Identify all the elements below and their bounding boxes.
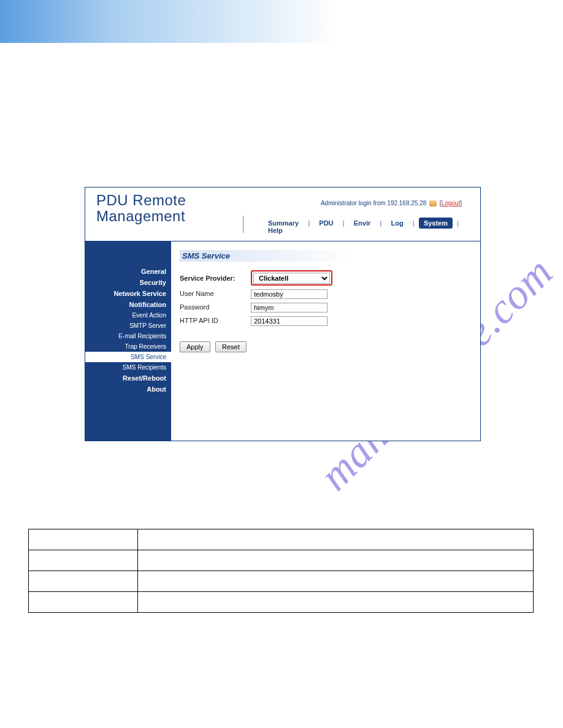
login-ip: 192.168.25.28 xyxy=(387,200,426,207)
sidebar-item-notification[interactable]: Notification xyxy=(85,299,171,310)
sidebar-item-trap-receivers[interactable]: Trap Receivers xyxy=(85,341,171,352)
table-row xyxy=(29,592,534,613)
label-password: Password xyxy=(180,303,251,311)
form-row-apiid: HTTP API ID xyxy=(180,315,472,326)
table-cell xyxy=(138,571,534,592)
nav-separator: | xyxy=(454,219,461,227)
main-nav: Summary | PDU | Envir | Log | System | H… xyxy=(263,219,480,234)
nav-system[interactable]: System xyxy=(419,218,453,229)
label-service-provider: Service Provider: xyxy=(180,275,251,282)
sidebar-item-event-action[interactable]: Event Action xyxy=(85,310,171,320)
page-banner xyxy=(0,0,563,43)
form-row-password: Password xyxy=(180,301,472,313)
info-table xyxy=(28,529,534,613)
header-divider xyxy=(243,216,243,233)
label-username: User Name xyxy=(180,290,251,297)
panel-title: SMS Service xyxy=(180,250,472,262)
nav-separator: | xyxy=(340,219,347,227)
sidebar-item-security[interactable]: Security xyxy=(85,277,171,288)
table-cell xyxy=(138,550,534,571)
app-title-line1: PDU Remote xyxy=(96,192,186,208)
highlight-box: Clickatell xyxy=(251,270,332,286)
nav-envir[interactable]: Envir xyxy=(349,218,376,229)
user-icon xyxy=(429,200,437,207)
app-title: PDU Remote Management xyxy=(96,192,186,225)
reset-button[interactable]: Reset xyxy=(215,341,247,352)
sidebar-item-reset-reboot[interactable]: Reset/Reboot xyxy=(85,373,171,384)
table-cell xyxy=(29,571,138,592)
table-row xyxy=(29,550,534,571)
sidebar-item-sms-recipients[interactable]: SMS Recipients xyxy=(85,362,171,373)
form-row-username: User Name xyxy=(180,288,472,299)
service-provider-select[interactable]: Clickatell xyxy=(253,273,330,284)
nav-pdu[interactable]: PDU xyxy=(314,218,338,229)
password-input[interactable] xyxy=(251,303,327,313)
form-row-provider: Service Provider: Clickatell xyxy=(180,270,472,286)
login-prefix: Administrator login from xyxy=(321,200,387,207)
username-input[interactable] xyxy=(251,289,327,299)
logout-link[interactable]: Logout xyxy=(442,200,461,207)
sidebar-item-about[interactable]: About xyxy=(85,384,171,395)
app-window: PDU Remote Management Administrator logi… xyxy=(85,187,481,441)
sidebar-item-network-service[interactable]: Network Service xyxy=(85,288,171,299)
table-cell xyxy=(29,529,138,550)
apiid-input[interactable] xyxy=(251,316,327,326)
sidebar: General Security Network Service Notific… xyxy=(85,241,171,441)
apply-button[interactable]: Apply xyxy=(180,341,210,352)
sidebar-item-email-recipients[interactable]: E-mail Recipients xyxy=(85,331,171,341)
nav-separator: | xyxy=(377,219,384,227)
nav-log[interactable]: Log xyxy=(386,218,408,229)
app-body: General Security Network Service Notific… xyxy=(85,241,480,441)
nav-help[interactable]: Help xyxy=(263,225,288,236)
table-cell xyxy=(138,529,534,550)
sidebar-item-smtp-server[interactable]: SMTP Server xyxy=(85,320,171,331)
app-title-line2: Management xyxy=(96,208,185,224)
label-apiid: HTTP API ID xyxy=(180,317,251,324)
table-row xyxy=(29,571,534,592)
sidebar-item-general[interactable]: General xyxy=(85,266,171,277)
table-cell xyxy=(29,550,138,571)
nav-separator: | xyxy=(305,219,312,227)
app-header: PDU Remote Management Administrator logi… xyxy=(85,188,480,241)
table-cell xyxy=(138,592,534,613)
login-info: Administrator login from 192.168.25.28 [… xyxy=(321,200,462,207)
table-cell xyxy=(29,592,138,613)
sidebar-item-sms-service[interactable]: SMS Service xyxy=(85,352,171,362)
form-actions: Apply Reset xyxy=(180,341,472,352)
table-row xyxy=(29,529,534,550)
nav-separator: | xyxy=(410,219,417,227)
content-panel: SMS Service Service Provider: Clickatell… xyxy=(171,241,480,441)
